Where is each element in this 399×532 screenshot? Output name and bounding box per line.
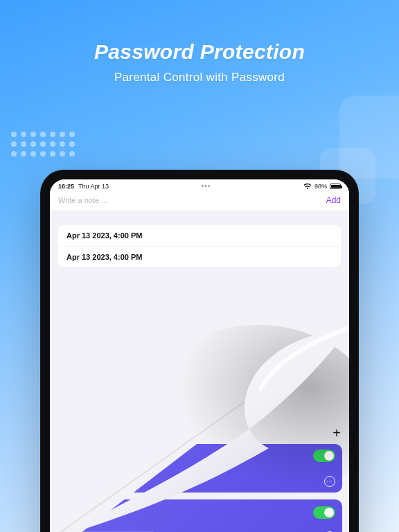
hero-subtitle: Parental Control with Password [0,71,399,85]
ipad-frame: + [40,170,359,532]
battery-icon [330,184,341,189]
toggle-switch[interactable] [313,506,335,519]
multitask-dots-icon: ••• [202,182,211,190]
note-input[interactable]: Write a note ... [58,196,107,204]
hero-title: Password Protection [0,40,399,64]
promo-canvas: Password Protection Parental Control wit… [0,0,399,532]
toggle-switch[interactable] [313,450,335,462]
notes-header: Write a note ... Add [50,191,349,211]
wifi-icon [303,183,312,189]
notes-body: Apr 13 2023, 4:00 PM Apr 13 2023, 4:00 P… [50,211,349,267]
battery-pct: 98% [314,183,327,190]
screen: + [50,179,349,532]
decor-dots [11,132,75,157]
status-time: 16:25 [58,183,74,190]
hero: Password Protection Parental Control wit… [0,40,399,85]
note-row[interactable]: Apr 13 2023, 4:00 PM [58,225,341,247]
add-button[interactable]: Add [326,195,341,205]
status-date: Thu Apr 13 [78,183,109,190]
more-icon[interactable] [324,476,335,487]
note-row[interactable]: Apr 13 2023, 4:00 PM [58,247,341,267]
app-name: twitter [85,508,308,517]
add-icon[interactable]: + [332,425,341,441]
status-bar: 16:25 Thu Apr 13 ••• 98% [50,179,349,191]
notes-card: Apr 13 2023, 4:00 PM Apr 13 2023, 4:00 P… [58,225,341,267]
